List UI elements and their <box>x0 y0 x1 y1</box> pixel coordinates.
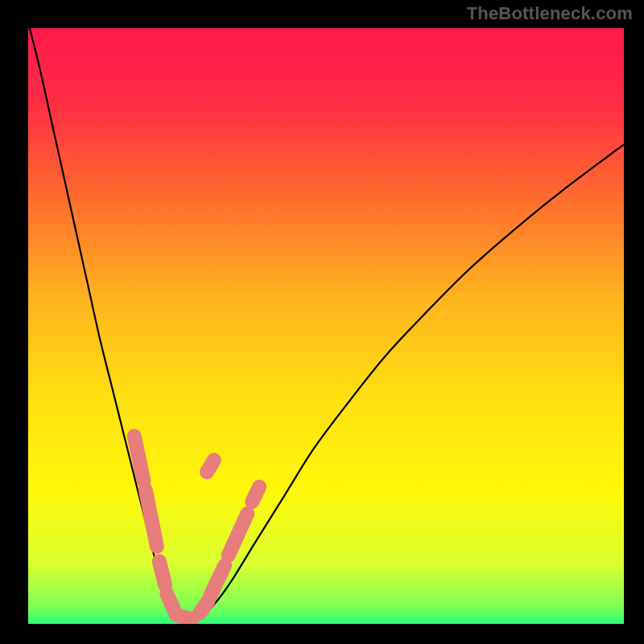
marker-pill <box>252 487 259 502</box>
plot-area <box>28 28 624 624</box>
gradient-background <box>28 28 624 624</box>
marker-pill <box>176 615 192 619</box>
marker-pill <box>167 594 173 609</box>
plot-svg <box>28 28 624 624</box>
marker-pill <box>134 436 144 481</box>
chart-container: TheBottleneck.com <box>0 0 644 644</box>
marker-pill <box>159 561 165 585</box>
watermark-text: TheBottleneck.com <box>467 3 633 24</box>
marker-pill <box>200 601 208 613</box>
marker-pill <box>207 460 214 473</box>
